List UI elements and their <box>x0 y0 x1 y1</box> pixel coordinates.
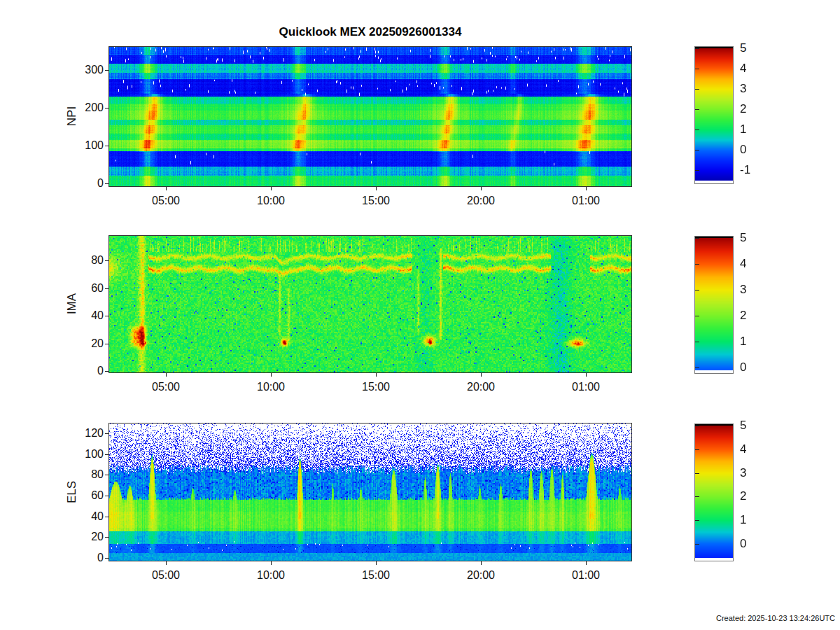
y-axis-tick-label: 100 <box>62 448 104 461</box>
colorbar-tick-mark <box>695 48 699 49</box>
colorbar-tick-label: 4 <box>740 442 746 456</box>
colorbar-tick-label: 4 <box>740 257 746 271</box>
x-axis-tick-mark <box>481 373 482 377</box>
ima-colorbar <box>694 236 734 374</box>
x-axis-tick-label: 01:00 <box>572 381 600 393</box>
colorbar-tick-label: 0 <box>740 143 746 157</box>
x-axis-tick-mark <box>376 561 377 565</box>
y-axis-tick-mark <box>105 260 108 261</box>
x-axis-tick-label: 15:00 <box>362 195 390 207</box>
x-axis-tick-mark <box>166 373 167 377</box>
colorbar-tick-mark <box>695 316 699 316</box>
colorbar-tick-mark <box>695 290 699 290</box>
figure-title: Quicklook MEX 20250926001334 <box>108 25 632 39</box>
x-axis-tick-label: 20:00 <box>467 195 495 207</box>
x-axis-tick-label: 10:00 <box>257 569 285 582</box>
y-axis-tick-mark <box>105 475 108 475</box>
colorbar-tick-mark <box>695 426 699 426</box>
y-axis-tick-label: 20 <box>62 337 104 350</box>
y-axis-tick-mark <box>105 288 108 289</box>
colorbar-tick-label: 1 <box>740 122 746 136</box>
x-axis-tick-label: 10:00 <box>257 381 285 393</box>
y-axis-tick-label: 80 <box>62 468 104 481</box>
colorbar-tick-label: 0 <box>740 537 746 551</box>
colorbar-tick-mark <box>695 130 699 130</box>
y-axis-tick-mark <box>105 517 108 517</box>
x-axis-tick-label: 20:00 <box>467 569 495 582</box>
x-axis-tick-label: 01:00 <box>572 195 600 207</box>
els-colorbar <box>694 424 734 561</box>
colorbar-tick-mark <box>695 342 699 342</box>
y-axis-tick-label: 60 <box>62 489 104 502</box>
y-axis-tick-label: 20 <box>62 531 104 543</box>
colorbar-tick-mark <box>695 109 699 110</box>
y-axis-tick-label: 120 <box>62 427 104 440</box>
colorbar-tick-label: -1 <box>740 163 750 177</box>
y-axis-tick-mark <box>105 433 108 434</box>
y-axis-tick-label: 300 <box>62 64 104 76</box>
colorbar-tick-label: 5 <box>740 41 746 55</box>
y-axis-tick-label: 0 <box>62 177 104 190</box>
x-axis-tick-mark <box>481 187 482 190</box>
x-axis-tick-mark <box>166 561 167 565</box>
y-axis-tick-mark <box>105 371 108 372</box>
y-axis-tick-label: 0 <box>62 552 104 564</box>
colorbar-tick-mark <box>695 150 699 150</box>
ima-spectrogram-panel <box>108 235 632 373</box>
y-axis-tick-mark <box>105 537 108 538</box>
x-axis-tick-label: 05:00 <box>152 569 180 582</box>
creation-timestamp: Created: 2025-10-23 13:24:26UTC <box>716 614 835 622</box>
y-axis-tick-label: 0 <box>62 365 104 377</box>
y-axis-tick-label: 200 <box>62 102 104 114</box>
colorbar-tick-mark <box>695 473 699 474</box>
colorbar-tick-label: 1 <box>740 335 746 349</box>
y-axis-tick-mark <box>105 70 108 71</box>
x-axis-tick-mark <box>586 187 587 190</box>
colorbar-tick-mark <box>695 170 699 171</box>
x-axis-tick-label: 01:00 <box>572 569 600 582</box>
x-axis-tick-label: 05:00 <box>152 195 180 207</box>
x-axis-tick-mark <box>376 373 377 377</box>
x-axis-tick-mark <box>271 187 272 190</box>
colorbar-tick-label: 2 <box>740 489 746 503</box>
npi-colorbar <box>694 46 734 184</box>
colorbar-tick-label: 1 <box>740 513 746 527</box>
x-axis-tick-label: 15:00 <box>362 569 390 582</box>
y-axis-tick-label: 100 <box>62 139 104 152</box>
colorbar-tick-mark <box>695 544 699 545</box>
x-axis-tick-label: 05:00 <box>152 381 180 393</box>
npi-spectrogram-panel <box>108 46 632 187</box>
y-axis-tick-mark <box>105 454 108 455</box>
y-axis-tick-mark <box>105 108 108 108</box>
colorbar-tick-mark <box>695 238 699 239</box>
y-axis-tick-label: 40 <box>62 510 104 523</box>
x-axis-tick-label: 15:00 <box>362 381 390 393</box>
colorbar-tick-label: 3 <box>740 466 746 480</box>
x-axis-tick-mark <box>271 561 272 565</box>
x-axis-tick-mark <box>481 561 482 565</box>
y-axis-tick-label: 40 <box>62 309 104 322</box>
colorbar-tick-mark <box>695 368 699 368</box>
x-axis-tick-mark <box>586 561 587 565</box>
colorbar-tick-label: 3 <box>740 82 746 96</box>
colorbar-tick-label: 2 <box>740 309 746 323</box>
y-axis-tick-mark <box>105 558 108 559</box>
quicklook-figure: Quicklook MEX 20250926001334 NPI IMA ELS… <box>0 0 840 630</box>
colorbar-tick-mark <box>695 449 699 450</box>
els-spectrogram-panel <box>108 423 632 561</box>
y-axis-tick-mark <box>105 146 108 146</box>
x-axis-tick-mark <box>271 373 272 377</box>
colorbar-tick-label: 5 <box>740 231 746 245</box>
y-axis-tick-mark <box>105 183 108 184</box>
x-axis-tick-label: 10:00 <box>257 195 285 207</box>
colorbar-tick-label: 2 <box>740 102 746 116</box>
colorbar-tick-mark <box>695 264 699 265</box>
colorbar-tick-label: 5 <box>740 419 746 433</box>
x-axis-tick-label: 20:00 <box>467 381 495 393</box>
y-axis-tick-label: 60 <box>62 282 104 295</box>
y-axis-tick-mark <box>105 316 108 316</box>
y-axis-tick-mark <box>105 344 108 344</box>
colorbar-tick-mark <box>695 520 699 521</box>
y-axis-tick-label: 80 <box>62 254 104 267</box>
colorbar-tick-label: 3 <box>740 283 746 297</box>
